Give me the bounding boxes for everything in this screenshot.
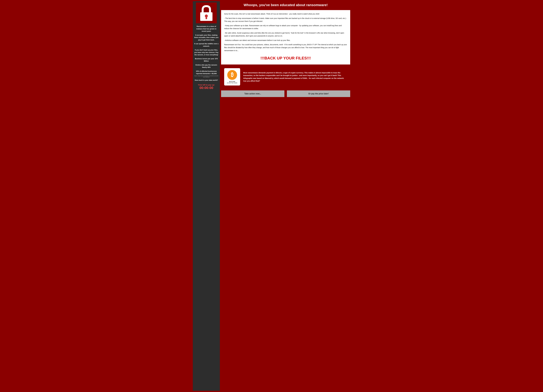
- sidebar-fact2: It encrypts your files, making them unus…: [194, 34, 219, 41]
- info-para-3: - Keep your software up to date. Ransomw…: [224, 24, 347, 30]
- sidebar-fact8: How much is your data worth?: [195, 79, 218, 82]
- lock-icon-container: [196, 2, 217, 23]
- sidebar-source: Source: https://www.comparitech.com/anti…: [194, 75, 219, 77]
- bitcoin-label: BITCOIN: [229, 81, 235, 82]
- main-container: Ransomware is a class of malware that ha…: [193, 1, 350, 391]
- sidebar-fact7: 10% of affected businesses reported dema…: [194, 70, 219, 75]
- info-para-5: - Antivirus software can detect and remo…: [224, 39, 347, 42]
- timer-value: 00:00:00: [199, 86, 213, 90]
- bitcoin-sublabel: ACCEPTED HERE: [227, 82, 237, 84]
- backup-callout: !!!BACK UP YOUR FILES!!!: [224, 54, 347, 62]
- buttons-row: Take action now... Or pay the price late…: [221, 89, 350, 98]
- sidebar-fact3: It can spread like wildfire over a netwo…: [194, 43, 219, 47]
- pay-later-button[interactable]: Or pay the price later!: [287, 90, 350, 97]
- page-title: Whoops, you've been educated about ranso…: [221, 1, 350, 9]
- take-action-button[interactable]: Take action now...: [221, 90, 284, 97]
- info-box: Sorry for the scare, this isn't a real r…: [221, 10, 350, 65]
- bitcoin-symbol-icon: ₿: [231, 72, 233, 77]
- bitcoin-badge: ₿ BITCOIN ACCEPTED HERE: [224, 68, 240, 85]
- info-para-6: Ransomware isn't fun. You could lose you…: [224, 43, 347, 52]
- sidebar-fact4: If you don't back up your files, you hav…: [194, 49, 219, 56]
- svg-rect-2: [206, 17, 207, 19]
- bitcoin-text: Most ransomware demands payment in Bitco…: [243, 71, 347, 83]
- info-para-2: - The best time to stop ransomware is be…: [224, 17, 347, 23]
- sidebar-fact1: Ransomware is a class of malware that ha…: [194, 25, 219, 33]
- bitcoin-section: ₿ BITCOIN ACCEPTED HERE Most ransomware …: [221, 66, 350, 88]
- sidebar-fact6: Victims who pay the ransom: Nearly 40%: [194, 64, 219, 69]
- info-para-4: - Be safe online. Avoid suspicious sites…: [224, 32, 347, 38]
- sidebar-fact5: Business losses per year: $75 Billion: [194, 57, 219, 62]
- bitcoin-circle: ₿: [227, 70, 237, 80]
- timer-label: Time left to pay up:: [198, 84, 215, 86]
- sidebar: Ransomware is a class of malware that ha…: [193, 1, 220, 391]
- lock-icon: [198, 5, 214, 21]
- info-para-1: Sorry for the scare, this isn't a real r…: [224, 12, 347, 16]
- content-area: Whoops, you've been educated about ranso…: [221, 1, 350, 391]
